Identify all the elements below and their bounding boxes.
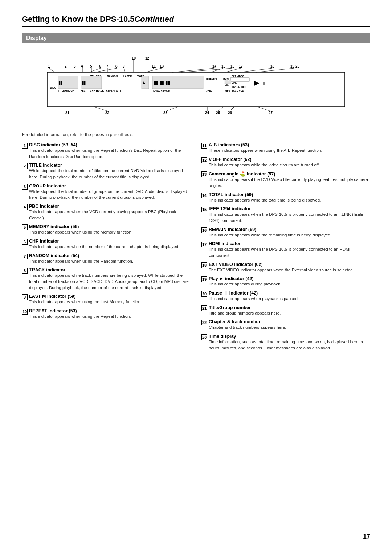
svg-text:▊▊:▊▊:▊▊: ▊▊:▊▊:▊▊ bbox=[154, 81, 170, 85]
svg-text:14: 14 bbox=[212, 64, 217, 68]
svg-text:MP3: MP3 bbox=[225, 89, 230, 92]
list-item: 21 Title/Group number Title and group nu… bbox=[201, 305, 370, 316]
svg-text:TOTAL  REMAIN: TOTAL REMAIN bbox=[152, 89, 170, 92]
list-item: 9 LAST M indicator (59) This indicator a… bbox=[22, 294, 191, 305]
list-item: 16 REMAIN indicator (59) This indicator … bbox=[201, 227, 370, 238]
svg-line-76 bbox=[166, 107, 178, 111]
list-item: 19 Play ► indicator (42) This indicator … bbox=[201, 276, 370, 287]
list-item: 23 Time display Time information, such a… bbox=[201, 334, 370, 351]
svg-line-70 bbox=[256, 68, 294, 72]
svg-text:⏸: ⏸ bbox=[261, 81, 266, 86]
list-item: 5 MEMORY indicator (55) This indicator a… bbox=[22, 224, 191, 235]
intro-text: For detailed information, refer to the p… bbox=[22, 132, 370, 137]
chapter-track-title: Chapter & track number bbox=[209, 319, 370, 324]
list-item: 11 A-B indicators (53) These indicators … bbox=[201, 142, 370, 154]
list-item: 18 EXT VIDEO indicator (62) The EXT VIDE… bbox=[201, 262, 370, 273]
svg-text:6: 6 bbox=[99, 64, 101, 68]
svg-text:TITLE GROUP: TITLE GROUP bbox=[58, 89, 74, 92]
svg-line-38 bbox=[49, 68, 54, 72]
svg-text:▊▊: ▊▊ bbox=[58, 81, 62, 85]
svg-text:16: 16 bbox=[230, 64, 235, 68]
list-item: 13 Camera angle ⛳ indicator (57) This in… bbox=[201, 171, 370, 189]
page-number: 17 bbox=[363, 533, 370, 540]
svg-text:SACD VCD: SACD VCD bbox=[232, 89, 244, 92]
left-column: 1 DISC indicator (53, 54) This indicator… bbox=[22, 142, 191, 354]
svg-line-48 bbox=[89, 68, 101, 72]
list-item: 15 IEEE 1394 indicator This indicator ap… bbox=[201, 206, 370, 223]
svg-text:PBC: PBC bbox=[81, 89, 86, 92]
svg-line-54 bbox=[124, 68, 125, 72]
svg-line-74 bbox=[94, 107, 108, 111]
list-item: 3 GROUP indicator While stopped, the tot… bbox=[22, 183, 191, 200]
svg-text:DVD·AUDIO: DVD·AUDIO bbox=[232, 86, 245, 88]
svg-text:5: 5 bbox=[90, 64, 92, 68]
svg-text:EXT VIDEO: EXT VIDEO bbox=[232, 75, 244, 77]
list-item: 20 Pause ⏸ indicator (42) This indicator… bbox=[201, 291, 370, 302]
list-item: 22 Chapter & track number Chapter and tr… bbox=[201, 319, 370, 331]
svg-text:LAST M: LAST M bbox=[123, 75, 132, 77]
svg-line-68 bbox=[240, 68, 272, 72]
svg-text:9: 9 bbox=[123, 64, 125, 68]
right-column: 11 A-B indicators (53) These indicators … bbox=[201, 142, 370, 354]
svg-text:IEEE1394: IEEE1394 bbox=[206, 77, 217, 80]
svg-text:JPEG: JPEG bbox=[206, 89, 212, 92]
svg-line-84 bbox=[258, 107, 270, 111]
page-header: Getting to Know the DPS-10.5Continued bbox=[22, 15, 370, 27]
svg-text:19 20: 19 20 bbox=[290, 64, 299, 68]
svg-text:7: 7 bbox=[106, 64, 109, 68]
svg-text:dts: dts bbox=[225, 84, 229, 86]
svg-text:⬜: ⬜ bbox=[228, 80, 231, 84]
svg-text:DISC: DISC bbox=[50, 86, 56, 89]
svg-line-80 bbox=[218, 107, 223, 111]
list-item: 12 V.OFF indicator (62) This indicator a… bbox=[201, 157, 370, 168]
svg-text:27: 27 bbox=[269, 111, 273, 115]
content-area: 1 DISC indicator (53, 54) This indicator… bbox=[22, 142, 370, 354]
svg-text:▶: ▶ bbox=[254, 79, 259, 86]
svg-text:25: 25 bbox=[216, 111, 220, 115]
svg-text:8: 8 bbox=[115, 64, 118, 68]
svg-text:11: 11 bbox=[152, 64, 156, 68]
page-title: Getting to Know the DPS-10.5Continued bbox=[22, 15, 370, 24]
svg-text:♟: ♟ bbox=[142, 81, 146, 85]
list-item: 4 PBC indicator This indicator appears w… bbox=[22, 204, 191, 221]
svg-line-62 bbox=[211, 68, 223, 72]
svg-text:1: 1 bbox=[48, 64, 50, 68]
svg-line-52 bbox=[94, 68, 117, 72]
svg-text:2: 2 bbox=[65, 64, 67, 68]
svg-text:▊▊: ▊▊ bbox=[82, 81, 86, 85]
svg-text:21: 21 bbox=[65, 111, 70, 115]
svg-text:REPEAT  A - B: REPEAT A - B bbox=[106, 89, 122, 92]
list-item: 14 TOTAL indicator (59) This indicator a… bbox=[201, 192, 370, 203]
svg-line-58 bbox=[145, 68, 162, 72]
list-item: 6 CHP indicator This indicator appears w… bbox=[22, 239, 191, 250]
svg-text:12: 12 bbox=[145, 56, 150, 60]
svg-text:22: 22 bbox=[105, 111, 110, 115]
svg-text:RANDOM: RANDOM bbox=[107, 75, 118, 77]
display-diagram: DISC ▊▊ TITLE GROUP PBC MEMORY RANDOM LA… bbox=[22, 52, 370, 125]
list-item: 7 RANDOM indicator (54) This indicator a… bbox=[22, 253, 191, 264]
svg-line-66 bbox=[225, 68, 241, 72]
svg-text:18: 18 bbox=[270, 64, 275, 68]
svg-text:13: 13 bbox=[160, 64, 164, 68]
svg-text:DPL: DPL bbox=[232, 81, 237, 84]
svg-text:3: 3 bbox=[74, 64, 76, 68]
section-title: Display bbox=[22, 33, 370, 43]
svg-text:10: 10 bbox=[132, 56, 136, 60]
list-item: 8 TRACK indicator This indicator appears… bbox=[22, 267, 191, 291]
svg-text:17: 17 bbox=[239, 64, 243, 68]
list-item: 1 DISC indicator (53, 54) This indicator… bbox=[22, 142, 191, 159]
svg-text:24: 24 bbox=[205, 111, 209, 115]
list-item: 2 TITLE indicator While stopped, the tot… bbox=[22, 163, 191, 180]
list-item: 10 REPEAT indicator (53) This indicator … bbox=[22, 308, 191, 320]
svg-text:CHP TRACK: CHP TRACK bbox=[90, 89, 104, 92]
svg-text:HDMI: HDMI bbox=[223, 77, 229, 80]
svg-text:23: 23 bbox=[163, 111, 168, 115]
svg-text:26: 26 bbox=[228, 111, 232, 115]
svg-text:4: 4 bbox=[81, 64, 83, 68]
list-item: 17 HDMI indicator This indicator appears… bbox=[201, 241, 370, 258]
svg-text:15: 15 bbox=[221, 64, 226, 68]
